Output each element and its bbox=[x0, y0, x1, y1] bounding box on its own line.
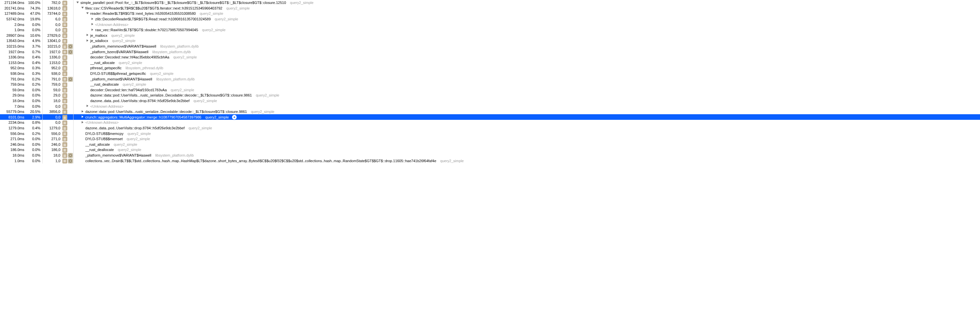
library-icon[interactable]: ▥ bbox=[62, 153, 67, 158]
disclosure-triangle-open-icon[interactable] bbox=[81, 6, 84, 9]
library-icon[interactable]: ▥ bbox=[62, 39, 67, 44]
call-tree-row[interactable]: 55779.0ms20.5%3856,0▥dazone::data::pod::… bbox=[0, 109, 980, 115]
symbol-cell[interactable]: <Unknown Address> bbox=[73, 22, 980, 27]
library-icon[interactable]: ▥ bbox=[62, 93, 67, 98]
call-tree-row[interactable]: 791.0ms0.2%791,0▥_platform_memset$VARIAN… bbox=[0, 76, 980, 82]
call-tree-row[interactable]: 59.0ms0.0%59,0▥decoder::Decoded::len::ha… bbox=[0, 88, 980, 93]
disclosure-triangle-closed-icon[interactable] bbox=[81, 121, 84, 124]
library-icon[interactable]: ▥ bbox=[62, 49, 67, 54]
gear-icon[interactable] bbox=[68, 49, 73, 54]
symbol-cell[interactable]: __rust_allocatequery2_simple bbox=[73, 60, 980, 66]
library-icon[interactable]: ▥ bbox=[62, 55, 67, 60]
symbol-cell[interactable]: __rust_deallocatequery2_simple bbox=[73, 82, 980, 88]
gear-icon[interactable] bbox=[68, 44, 73, 49]
library-icon[interactable]: ▥ bbox=[62, 121, 67, 126]
symbol-cell[interactable]: je_mallocxquery2_simple bbox=[73, 33, 980, 38]
library-icon[interactable]: ▥ bbox=[62, 1, 67, 6]
symbol-cell[interactable]: DYLD-STUB$$memcpyquery2_simple bbox=[73, 130, 980, 136]
call-tree-row[interactable]: 201741.0ms74.3%13618,0▥files::csv::CSVRe… bbox=[0, 6, 980, 11]
symbol-cell[interactable]: collections..vec..Drain$LT$$LT$std..coll… bbox=[73, 158, 980, 164]
symbol-cell[interactable]: pthread_getspecificlibsystem_pthread.dyl… bbox=[73, 65, 980, 71]
symbol-cell[interactable]: <Unknown Address> bbox=[73, 103, 980, 109]
symbol-cell[interactable]: _platform_memset$VARIANT$Haswelllibsyste… bbox=[73, 76, 980, 82]
library-icon[interactable]: ▥ bbox=[62, 126, 67, 130]
library-icon[interactable]: ▥ bbox=[62, 159, 67, 164]
symbol-cell[interactable]: __rust_allocatequery2_simple bbox=[73, 142, 980, 147]
library-icon[interactable]: ▥ bbox=[62, 60, 67, 65]
symbol-cell[interactable]: files::csv::CSVReader$LT$R$C$$u20$T$GT$.… bbox=[73, 6, 980, 11]
library-icon[interactable]: ▥ bbox=[62, 71, 67, 76]
disclosure-triangle-closed-icon[interactable] bbox=[91, 28, 94, 31]
library-icon[interactable]: ▥ bbox=[62, 77, 67, 82]
call-tree-row[interactable]: 53742.0ms19.8%6,0▥zlib::DecoderReader$LT… bbox=[0, 16, 980, 22]
call-tree-row[interactable]: 1.0ms0.0%0,0▥raw_vec::RawVec$LT$T$GT$::d… bbox=[0, 27, 980, 33]
library-icon[interactable]: ▥ bbox=[62, 11, 67, 16]
library-icon[interactable]: ▥ bbox=[62, 28, 67, 33]
library-icon[interactable]: ▥ bbox=[62, 99, 67, 103]
disclosure-triangle-closed-icon[interactable] bbox=[91, 23, 94, 25]
library-icon[interactable]: ▥ bbox=[62, 148, 67, 153]
call-tree-row[interactable]: 2.0ms0.0%0,0▥<Unknown Address> bbox=[0, 22, 980, 27]
library-icon[interactable]: ▥ bbox=[62, 104, 67, 109]
symbol-cell[interactable]: dazone..data..pod..UserVisits::drop.8784… bbox=[73, 126, 980, 131]
call-tree-row[interactable]: 759.0ms0.2%759,0▥__rust_deallocatequery2… bbox=[0, 82, 980, 88]
disclosure-triangle-open-icon[interactable] bbox=[86, 12, 89, 15]
call-tree-row[interactable]: 8101.0ms2.9%0,0▥crunch::aggregators::Mul… bbox=[0, 114, 980, 120]
library-icon[interactable]: ▥ bbox=[62, 33, 67, 38]
library-icon[interactable]: ▥ bbox=[62, 137, 67, 142]
focus-arrow-icon[interactable] bbox=[232, 115, 237, 119]
disclosure-triangle-closed-icon[interactable] bbox=[81, 115, 84, 118]
call-tree-table[interactable]: 271194.0ms100.0%782,0▥simple_parallel::p… bbox=[0, 0, 980, 164]
library-icon[interactable]: ▥ bbox=[62, 131, 67, 136]
call-tree-row[interactable]: 1336.0ms0.4%1336,0▥decoder::Decoded::new… bbox=[0, 54, 980, 60]
call-tree-row[interactable]: 1279.0ms0.4%1279,0▥dazone..data..pod..Us… bbox=[0, 126, 980, 131]
library-icon[interactable]: ▥ bbox=[62, 88, 67, 92]
library-icon[interactable]: ▥ bbox=[62, 6, 67, 11]
library-icon[interactable]: ▥ bbox=[62, 142, 67, 147]
symbol-cell[interactable]: zlib::DecoderReader$LT$R$GT$.Read::read:… bbox=[73, 16, 980, 22]
call-tree-row[interactable]: 10215.0ms3.7%10215,0▥_platform_memmove$V… bbox=[0, 44, 980, 49]
symbol-cell[interactable]: decoder::Decoded::len::haf794af193cd1783… bbox=[73, 88, 980, 93]
call-tree-row[interactable]: 127489.0ms47.0%73744,0▥reader::Reader$LT… bbox=[0, 11, 980, 16]
call-tree-row[interactable]: 7.0ms0.0%0,0▥<Unknown Address> bbox=[0, 103, 980, 109]
symbol-cell[interactable]: decoder::Decoded::new::hf4ac35ebbc4905cb… bbox=[73, 54, 980, 60]
call-tree-row[interactable]: 18.0ms0.0%18,0▥_platform_memmove$VARIANT… bbox=[0, 153, 980, 158]
call-tree-row[interactable]: 556.0ms0.2%556,0▥DYLD-STUB$$memcpyquery2… bbox=[0, 130, 980, 136]
symbol-cell[interactable]: reader::Reader$LT$R$GT$::next_bytes::h53… bbox=[73, 11, 980, 16]
call-tree-row[interactable]: 1153.0ms0.4%1153,0▥__rust_allocatequery2… bbox=[0, 60, 980, 66]
symbol-cell[interactable]: crunch::aggregators::MultiAggregator::me… bbox=[73, 114, 980, 120]
library-icon[interactable]: ▥ bbox=[62, 22, 67, 27]
library-icon[interactable]: ▥ bbox=[62, 44, 67, 49]
call-tree-row[interactable]: 28907.0ms10.6%27829,0▥je_mallocxquery2_s… bbox=[0, 33, 980, 38]
symbol-cell[interactable]: _platform_bzero$VARIANT$Haswelllibsystem… bbox=[73, 49, 980, 54]
symbol-cell[interactable]: je_sdallocxquery2_simple bbox=[73, 38, 980, 44]
library-icon[interactable]: ▥ bbox=[62, 83, 67, 88]
call-tree-row[interactable]: 938.0ms0.3%938,0▥DYLD-STUB$$pthread_gets… bbox=[0, 71, 980, 76]
disclosure-triangle-closed-icon[interactable] bbox=[86, 39, 89, 42]
call-tree-row[interactable]: 271.0ms0.0%271,0▥DYLD-STUB$$memsetquery2… bbox=[0, 136, 980, 142]
library-icon[interactable]: ▥ bbox=[62, 17, 67, 22]
library-icon[interactable]: ▥ bbox=[62, 115, 67, 120]
disclosure-triangle-open-icon[interactable] bbox=[76, 1, 79, 4]
call-tree-row[interactable]: 18.0ms0.0%18,0▥dazone..data..pod..UserVi… bbox=[0, 98, 980, 104]
disclosure-triangle-closed-icon[interactable] bbox=[86, 33, 89, 37]
library-icon[interactable]: ▥ bbox=[62, 109, 67, 114]
call-tree-row[interactable]: 186.0ms0.0%186,0▥__rust_deallocatequery2… bbox=[0, 147, 980, 153]
symbol-cell[interactable]: _platform_memmove$VARIANT$Haswelllibsyst… bbox=[73, 153, 980, 158]
call-tree-row[interactable]: 2234.0ms0.8%0,0▥<Unknown Address> bbox=[0, 120, 980, 126]
gear-icon[interactable] bbox=[68, 159, 73, 164]
call-tree-row[interactable]: 1.0ms0.0%1,0▥collections..vec..Drain$LT$… bbox=[0, 158, 980, 164]
symbol-cell[interactable]: dazone::data::pod::UserVisits...rustc_se… bbox=[73, 109, 980, 115]
symbol-cell[interactable]: dazone..data..pod..UserVisits::drop.8784… bbox=[73, 98, 980, 104]
disclosure-triangle-closed-icon[interactable] bbox=[91, 18, 94, 20]
call-tree-row[interactable]: 246.0ms0.0%246,0▥__rust_allocatequery2_s… bbox=[0, 142, 980, 147]
symbol-cell[interactable]: _platform_memmove$VARIANT$Haswelllibsyst… bbox=[73, 44, 980, 49]
call-tree-row[interactable]: 13543.0ms4.9%13041,0▥je_sdallocxquery2_s… bbox=[0, 38, 980, 44]
call-tree-row[interactable]: 271194.0ms100.0%782,0▥simple_parallel::p… bbox=[0, 0, 980, 6]
symbol-cell[interactable]: DYLD-STUB$$memsetquery2_simple bbox=[73, 136, 980, 142]
call-tree-row[interactable]: 952.0ms0.3%952,0▥pthread_getspecificlibs… bbox=[0, 65, 980, 71]
disclosure-triangle-closed-icon[interactable] bbox=[81, 110, 84, 113]
disclosure-triangle-closed-icon[interactable] bbox=[86, 104, 89, 107]
gear-icon[interactable] bbox=[68, 77, 73, 82]
symbol-cell[interactable]: simple_parallel::pool::Pool::for_::_$LT$… bbox=[73, 0, 980, 6]
